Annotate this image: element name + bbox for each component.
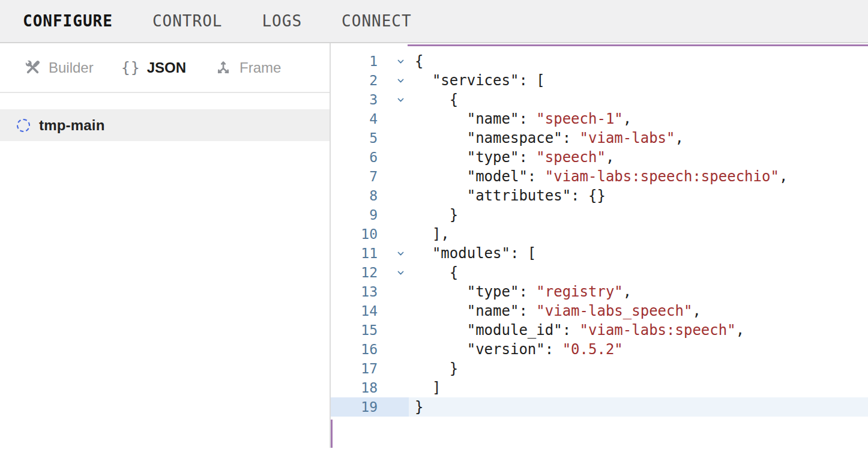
code-line[interactable]: 8 "attributes": {} — [331, 186, 868, 205]
code-text[interactable]: "model": "viam-labs:speech:speechio", — [409, 167, 788, 186]
code-line[interactable]: 2 "services": [ — [331, 71, 868, 90]
fold-spacer — [378, 167, 409, 186]
code-line[interactable]: 16 "version": "0.5.2" — [331, 340, 868, 359]
gutter: 1 — [331, 52, 409, 71]
axes-icon — [215, 59, 232, 76]
line-number: 18 — [331, 378, 378, 397]
code-text[interactable]: "attributes": {} — [409, 186, 606, 205]
line-number: 12 — [331, 263, 378, 282]
gutter: 8 — [331, 186, 409, 205]
fold-chevron-icon[interactable] — [378, 263, 409, 282]
fold-spacer — [378, 340, 409, 359]
fold-spacer — [378, 128, 409, 148]
code-line[interactable]: 17 } — [331, 359, 868, 378]
code-line[interactable]: 6 "type": "speech", — [331, 148, 868, 167]
gutter: 11 — [331, 244, 409, 263]
code-area[interactable]: 1{2 "services": [3 {4 "name": "speech-1"… — [331, 43, 868, 417]
fold-spacer — [378, 205, 409, 224]
fold-chevron-icon[interactable] — [378, 52, 409, 71]
code-line[interactable]: 12 { — [331, 263, 868, 282]
editor-focus-outline-left — [331, 420, 333, 448]
tools-icon — [24, 59, 41, 76]
nav-tab-configure[interactable]: CONFIGURE — [23, 13, 113, 29]
gutter: 4 — [331, 109, 409, 128]
code-line[interactable]: 3 { — [331, 90, 868, 109]
fold-chevron-icon[interactable] — [378, 244, 409, 263]
line-number: 3 — [331, 90, 378, 109]
gutter: 9 — [331, 205, 409, 224]
gutter: 17 — [331, 359, 409, 378]
code-text[interactable]: } — [409, 359, 458, 378]
fold-spacer — [378, 109, 409, 128]
fold-chevron-icon[interactable] — [378, 71, 409, 90]
machine-part-row[interactable]: tmp-main — [0, 109, 330, 141]
gutter: 3 — [331, 90, 409, 109]
part-status-dashed-circle-icon — [17, 119, 30, 132]
code-text[interactable]: "version": "0.5.2" — [409, 340, 623, 359]
json-editor[interactable]: 1{2 "services": [3 {4 "name": "speech-1"… — [331, 43, 868, 448]
code-line[interactable]: 9 } — [331, 205, 868, 224]
fold-spacer — [378, 359, 409, 378]
nav-tab-connect[interactable]: CONNECT — [342, 13, 412, 29]
gutter: 6 — [331, 148, 409, 167]
code-line[interactable]: 4 "name": "speech-1", — [331, 109, 868, 128]
line-number: 13 — [331, 282, 378, 301]
line-number: 19 — [331, 397, 378, 417]
line-number: 8 — [331, 186, 378, 205]
code-text[interactable]: } — [409, 397, 423, 417]
code-text[interactable]: { — [409, 90, 458, 109]
code-line[interactable]: 11 "modules": [ — [331, 244, 868, 263]
gutter: 2 — [331, 71, 409, 90]
code-text[interactable]: { — [409, 52, 423, 71]
code-line[interactable]: 19} — [331, 397, 868, 417]
code-line[interactable]: 7 "model": "viam-labs:speech:speechio", — [331, 167, 868, 186]
line-number: 9 — [331, 205, 378, 224]
top-nav: CONFIGURECONTROLLOGSCONNECT — [0, 0, 868, 43]
gutter: 12 — [331, 263, 409, 282]
code-text[interactable]: "type": "speech", — [409, 148, 614, 167]
nav-tab-control[interactable]: CONTROL — [152, 13, 223, 29]
code-text[interactable]: "namespace": "viam-labs", — [409, 128, 684, 148]
code-text[interactable]: ], — [409, 224, 450, 244]
sidebar-tab-builder[interactable]: Builder — [24, 59, 94, 76]
main-content: Builder{}JSONFrame tmp-main 1{2 "service… — [0, 43, 868, 448]
nav-tab-logs[interactable]: LOGS — [262, 13, 302, 29]
sidebar-tab-json[interactable]: {}JSON — [122, 59, 186, 76]
code-text[interactable]: { — [409, 263, 458, 282]
line-number: 6 — [331, 148, 378, 167]
config-sidebar: Builder{}JSONFrame tmp-main — [0, 43, 331, 448]
code-text[interactable]: } — [409, 205, 458, 224]
line-number: 14 — [331, 301, 378, 321]
sidebar-tab-frame[interactable]: Frame — [215, 59, 281, 76]
code-line[interactable]: 13 "type": "registry", — [331, 282, 868, 301]
code-line[interactable]: 15 "module_id": "viam-labs:speech", — [331, 321, 868, 340]
fold-spacer — [378, 378, 409, 397]
fold-spacer — [378, 186, 409, 205]
code-text[interactable]: "module_id": "viam-labs:speech", — [409, 321, 744, 340]
braces-icon: {} — [122, 59, 139, 76]
code-text[interactable]: "services": [ — [409, 71, 545, 90]
mode-tabs: Builder{}JSONFrame — [0, 43, 330, 93]
code-text[interactable]: "modules": [ — [409, 244, 536, 263]
code-line[interactable]: 1{ — [331, 52, 868, 71]
code-text[interactable]: "name": "viam-labs_speech", — [409, 301, 701, 321]
code-line[interactable]: 14 "name": "viam-labs_speech", — [331, 301, 868, 321]
code-text[interactable]: "name": "speech-1", — [409, 109, 631, 128]
fold-spacer — [378, 321, 409, 340]
fold-chevron-icon[interactable] — [378, 90, 409, 109]
code-line[interactable]: 18 ] — [331, 378, 868, 397]
gutter: 10 — [331, 224, 409, 244]
gutter: 15 — [331, 321, 409, 340]
gutter: 13 — [331, 282, 409, 301]
gutter: 16 — [331, 340, 409, 359]
fold-spacer — [378, 301, 409, 321]
editor-focus-outline-top — [408, 44, 868, 46]
fold-spacer — [378, 397, 409, 417]
gutter: 14 — [331, 301, 409, 321]
code-line[interactable]: 5 "namespace": "viam-labs", — [331, 128, 868, 148]
code-text[interactable]: ] — [409, 378, 441, 397]
line-number: 15 — [331, 321, 378, 340]
code-text[interactable]: "type": "registry", — [409, 282, 631, 301]
code-line[interactable]: 10 ], — [331, 224, 868, 244]
line-number: 1 — [331, 52, 378, 71]
